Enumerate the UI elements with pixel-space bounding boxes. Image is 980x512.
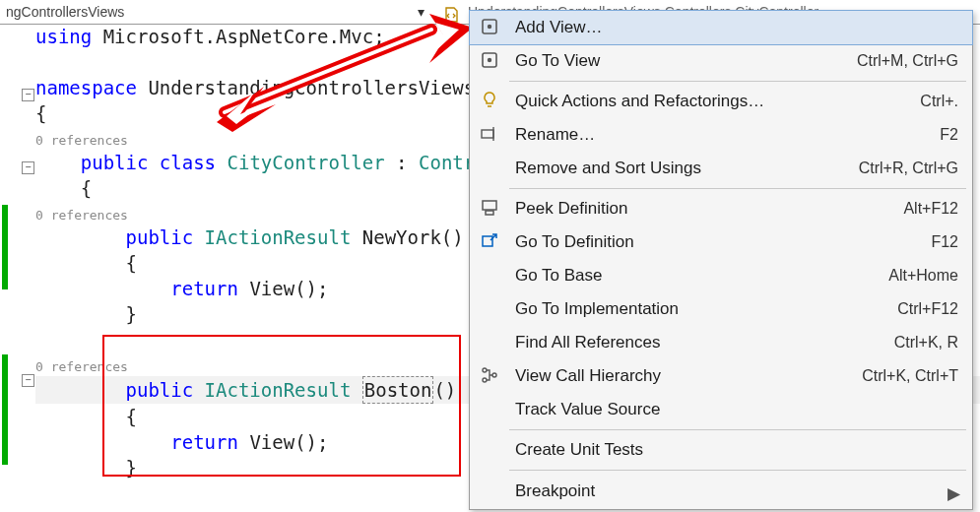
menu-separator — [509, 188, 966, 189]
menu-separator — [509, 81, 966, 82]
shortcut: Ctrl+K, R — [894, 334, 958, 352]
menu-track-value-source[interactable]: Track Value Source — [470, 393, 972, 426]
menu-remove-usings[interactable]: Remove and Sort Usings Ctrl+R, Ctrl+G — [470, 152, 972, 185]
peek-icon — [480, 198, 499, 218]
hierarchy-icon — [480, 365, 499, 385]
svg-point-12 — [492, 373, 496, 377]
goto-icon — [480, 231, 499, 251]
shortcut: Ctrl+. — [920, 93, 958, 110]
change-marker — [2, 205, 8, 289]
menu-go-to-base[interactable]: Go To Base Alt+Home — [470, 259, 972, 292]
shortcut: Ctrl+M, Ctrl+G — [857, 52, 958, 70]
menu-separator — [509, 470, 966, 471]
outline-toggle-icon[interactable]: − — [22, 89, 34, 101]
shortcut: Ctrl+K, Ctrl+T — [862, 367, 958, 385]
shortcut: Alt+F12 — [903, 200, 958, 218]
view-icon — [480, 17, 499, 36]
svg-point-11 — [483, 378, 487, 382]
menu-rename[interactable]: Rename… F2 — [470, 118, 972, 152]
svg-point-1 — [488, 25, 491, 29]
shortcut: Alt+Home — [888, 267, 958, 285]
menu-separator — [509, 429, 966, 430]
svg-rect-9 — [483, 236, 492, 246]
editor-gutter: − − − — [0, 24, 35, 512]
menu-create-unit-tests[interactable]: Create Unit Tests — [470, 433, 972, 467]
highlight-box — [102, 335, 461, 477]
menu-call-hierarchy[interactable]: View Call Hierarchy Ctrl+K, Ctrl+T — [470, 359, 972, 393]
menu-find-references[interactable]: Find All References Ctrl+K, R — [470, 326, 972, 359]
menu-add-view[interactable]: Add View… — [469, 10, 973, 45]
rename-icon — [480, 124, 499, 144]
shortcut: F2 — [940, 126, 958, 144]
outline-toggle-icon[interactable]: − — [22, 374, 34, 387]
class-icon — [442, 6, 460, 24]
shortcut: Ctrl+R, Ctrl+G — [859, 160, 958, 177]
menu-go-to-implementation[interactable]: Go To Implementation Ctrl+F12 — [470, 292, 972, 326]
svg-point-3 — [488, 58, 491, 62]
submenu-arrow-icon: ▶ — [947, 483, 960, 504]
tab-dropdown[interactable]: ▾ — [408, 4, 434, 20]
change-marker — [2, 354, 8, 465]
shortcut: F12 — [931, 233, 958, 251]
menu-peek-definition[interactable]: Peek Definition Alt+F12 — [470, 192, 972, 225]
context-menu: Add View… Go To View Ctrl+M, Ctrl+G Quic… — [469, 10, 973, 510]
svg-rect-7 — [483, 201, 496, 210]
svg-rect-8 — [486, 211, 493, 215]
view-icon — [480, 50, 499, 70]
shortcut: Ctrl+F12 — [897, 300, 958, 318]
svg-rect-5 — [482, 130, 493, 138]
menu-go-to-view[interactable]: Go To View Ctrl+M, Ctrl+G — [470, 44, 972, 78]
menu-go-to-definition[interactable]: Go To Definition F12 — [470, 225, 972, 259]
svg-point-10 — [483, 368, 487, 372]
menu-quick-actions[interactable]: Quick Actions and Refactorings… Ctrl+. — [470, 85, 972, 118]
menu-breakpoint[interactable]: Breakpoint ▶ — [470, 474, 972, 509]
lightbulb-icon — [480, 91, 499, 110]
tab-title-left[interactable]: ngControllersViews — [0, 4, 408, 20]
outline-toggle-icon[interactable]: − — [22, 161, 34, 174]
